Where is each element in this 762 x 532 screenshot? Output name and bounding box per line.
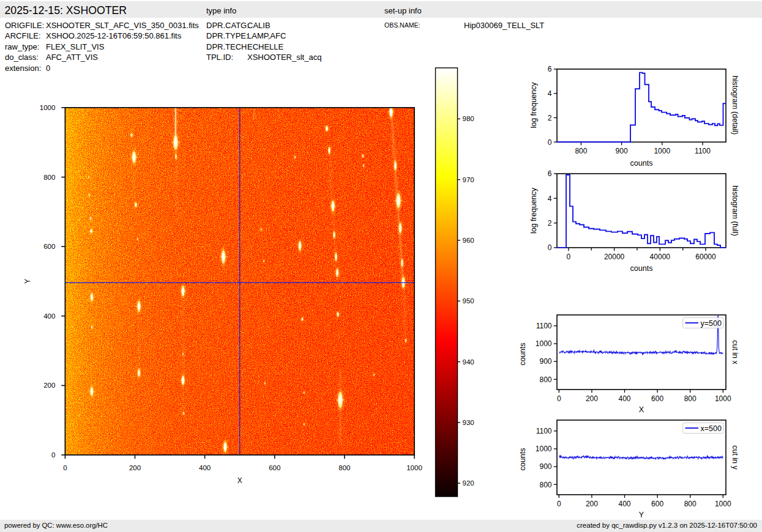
- svg-text:0: 0: [557, 394, 561, 403]
- svg-text:y=500: y=500: [701, 319, 722, 328]
- svg-text:920: 920: [463, 479, 474, 487]
- svg-text:950: 950: [463, 297, 474, 305]
- svg-text:40000: 40000: [650, 253, 671, 261]
- svg-text:6: 6: [548, 65, 552, 73]
- svg-text:1100: 1100: [536, 427, 552, 435]
- svg-text:200: 200: [586, 500, 598, 508]
- svg-text:930: 930: [463, 419, 474, 426]
- svg-text:400: 400: [618, 394, 630, 403]
- svg-text:cut in y: cut in y: [731, 445, 739, 470]
- svg-text:counts: counts: [630, 159, 653, 168]
- svg-text:0: 0: [548, 138, 552, 147]
- svg-text:20000: 20000: [604, 253, 625, 261]
- svg-text:200: 200: [43, 382, 55, 389]
- svg-text:970: 970: [463, 176, 474, 183]
- svg-text:x=500: x=500: [701, 424, 722, 433]
- svg-text:400: 400: [43, 312, 55, 320]
- svg-text:0: 0: [548, 243, 552, 252]
- svg-text:960: 960: [463, 237, 474, 244]
- svg-text:histogram (full): histogram (full): [731, 185, 739, 236]
- svg-text:200: 200: [129, 464, 141, 471]
- svg-text:1000: 1000: [406, 464, 422, 471]
- svg-text:0: 0: [557, 500, 561, 508]
- svg-text:800: 800: [684, 394, 697, 403]
- svg-text:4: 4: [548, 89, 552, 98]
- svg-text:800: 800: [539, 375, 551, 384]
- svg-text:1000: 1000: [715, 500, 731, 508]
- svg-text:counts: counts: [518, 448, 527, 471]
- svg-text:log frequency: log frequency: [529, 187, 538, 234]
- svg-text:X: X: [639, 405, 644, 414]
- svg-text:800: 800: [43, 174, 55, 181]
- svg-text:600: 600: [651, 500, 663, 508]
- svg-text:800: 800: [539, 481, 551, 489]
- svg-text:400: 400: [199, 464, 211, 471]
- svg-text:600: 600: [651, 394, 663, 403]
- svg-text:800: 800: [684, 500, 697, 508]
- svg-text:counts: counts: [630, 264, 653, 273]
- svg-text:600: 600: [43, 243, 55, 250]
- svg-text:counts: counts: [518, 343, 527, 366]
- svg-text:900: 900: [539, 357, 551, 366]
- svg-text:4: 4: [548, 194, 552, 203]
- svg-text:980: 980: [463, 115, 474, 122]
- svg-text:1100: 1100: [695, 147, 711, 155]
- svg-text:900: 900: [539, 462, 551, 471]
- svg-text:1000: 1000: [40, 104, 56, 111]
- svg-text:2: 2: [548, 219, 552, 227]
- svg-text:900: 900: [616, 147, 628, 155]
- svg-text:800: 800: [338, 464, 350, 471]
- svg-text:log frequency: log frequency: [529, 82, 538, 128]
- svg-text:800: 800: [575, 147, 587, 155]
- svg-text:Y: Y: [639, 511, 644, 519]
- svg-text:600: 600: [269, 464, 280, 471]
- svg-text:1000: 1000: [654, 147, 670, 155]
- svg-text:cut in x: cut in x: [731, 340, 739, 364]
- svg-text:200: 200: [586, 394, 598, 403]
- svg-text:0: 0: [51, 451, 55, 459]
- svg-text:1000: 1000: [536, 445, 552, 453]
- svg-text:histogram (detail): histogram (detail): [731, 76, 739, 135]
- svg-text:6: 6: [548, 169, 552, 178]
- svg-text:1000: 1000: [536, 339, 552, 348]
- svg-text:60000: 60000: [695, 253, 716, 261]
- svg-text:940: 940: [463, 358, 474, 366]
- svg-text:X: X: [237, 476, 242, 485]
- svg-text:1100: 1100: [536, 322, 552, 330]
- svg-text:400: 400: [618, 500, 630, 508]
- svg-text:0: 0: [567, 253, 571, 261]
- svg-text:Y: Y: [24, 279, 32, 284]
- svg-text:1000: 1000: [715, 394, 731, 403]
- svg-text:2: 2: [548, 114, 552, 122]
- svg-text:0: 0: [63, 464, 67, 471]
